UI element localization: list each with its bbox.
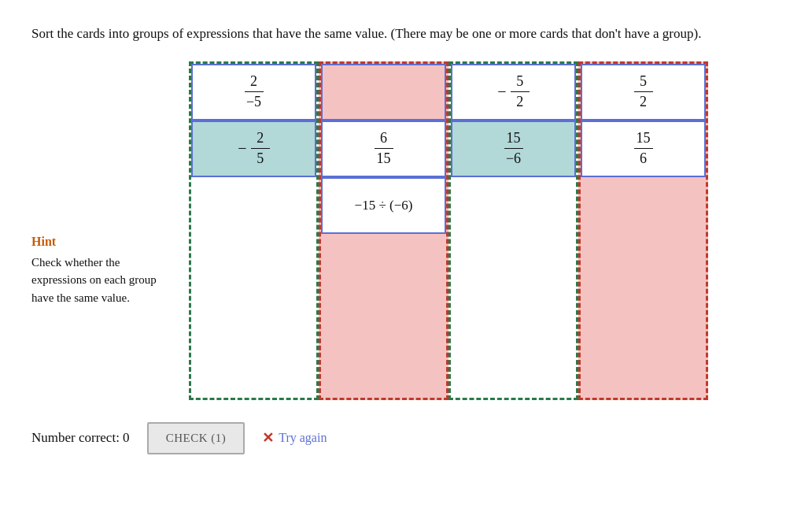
card-6-15[interactable]: 6 15 <box>321 121 446 177</box>
bottom-bar: Number correct: 0 CHECK (1) ✕ Try again <box>31 422 781 454</box>
hint-panel: Hint Check whether the expressions on ea… <box>31 61 189 307</box>
numerator: 6 <box>375 130 393 150</box>
fraction-15-neg6: 15 −6 <box>504 130 523 168</box>
card-empty[interactable] <box>321 64 446 121</box>
group-spacer-3 <box>451 177 576 398</box>
fraction-2-5: 2 5 <box>251 130 270 168</box>
numerator: 15 <box>504 130 523 150</box>
denominator: −6 <box>506 150 521 168</box>
denominator: 2 <box>516 94 523 111</box>
expression-neg15-div-neg6: −15 ÷ (−6) <box>355 198 413 213</box>
hint-text: Check whether the expressions on each gr… <box>31 254 173 307</box>
card-neg-5-2[interactable]: − 5 2 <box>451 64 576 121</box>
check-button[interactable]: CHECK (1) <box>147 422 245 454</box>
numerator: 2 <box>245 73 264 93</box>
numerator: 2 <box>251 130 270 150</box>
x-icon: ✕ <box>262 429 274 447</box>
minus-sign: − <box>497 83 506 101</box>
numerator: 5 <box>511 73 530 93</box>
group-col-2: 6 15 −15 ÷ (−6) <box>319 61 448 400</box>
instructions-text: Sort the cards into groups of expression… <box>31 24 740 44</box>
denominator: −5 <box>246 94 261 111</box>
fraction-5-2-pos: 5 2 <box>634 73 653 111</box>
card-neg-2-5[interactable]: − 2 5 <box>191 121 316 177</box>
fraction-5-2: 5 2 <box>511 73 530 111</box>
group-container-3[interactable]: − 5 2 15 −6 <box>448 61 578 400</box>
fraction-2-neg5: 2 −5 <box>245 73 264 111</box>
denominator: 5 <box>257 150 264 168</box>
number-correct-label: Number correct: 0 <box>31 430 130 446</box>
denominator: 6 <box>640 150 647 168</box>
main-area: Hint Check whether the expressions on ea… <box>31 61 781 400</box>
card-15-6[interactable]: 15 6 <box>581 121 706 177</box>
group-container-2[interactable]: 6 15 −15 ÷ (−6) <box>319 61 448 400</box>
card-fraction-2-neg5[interactable]: 2 −5 <box>191 64 316 121</box>
group-spacer-2 <box>321 234 446 398</box>
try-again[interactable]: ✕ Try again <box>262 429 327 447</box>
fraction-6-15: 6 15 <box>375 130 393 168</box>
denominator: 15 <box>377 150 391 168</box>
group-col-4: 5 2 15 6 <box>578 61 708 400</box>
try-again-label: Try again <box>279 431 327 445</box>
numerator: 5 <box>634 73 653 93</box>
numerator: 15 <box>634 130 653 150</box>
denominator: 2 <box>640 94 647 111</box>
neg-fraction-5-2: − 5 2 <box>497 73 529 111</box>
group-container-1[interactable]: 2 −5 − 2 5 <box>189 61 319 400</box>
card-15-neg6[interactable]: 15 −6 <box>451 121 576 177</box>
hint-title: Hint <box>31 235 173 249</box>
group-col-3: − 5 2 15 −6 <box>448 61 578 400</box>
group-container-4[interactable]: 5 2 15 6 <box>578 61 708 400</box>
group-spacer-1 <box>191 177 316 398</box>
card-5-2[interactable]: 5 2 <box>581 64 706 121</box>
group-spacer-4 <box>581 177 706 398</box>
minus-sign: − <box>238 139 246 158</box>
group-col-1: 2 −5 − 2 5 <box>189 61 319 400</box>
card-expression-div[interactable]: −15 ÷ (−6) <box>321 177 446 234</box>
fraction-15-6: 15 6 <box>634 130 653 168</box>
neg-fraction-2-5: − 2 5 <box>238 130 269 168</box>
groups-area: 2 −5 − 2 5 <box>189 61 781 400</box>
